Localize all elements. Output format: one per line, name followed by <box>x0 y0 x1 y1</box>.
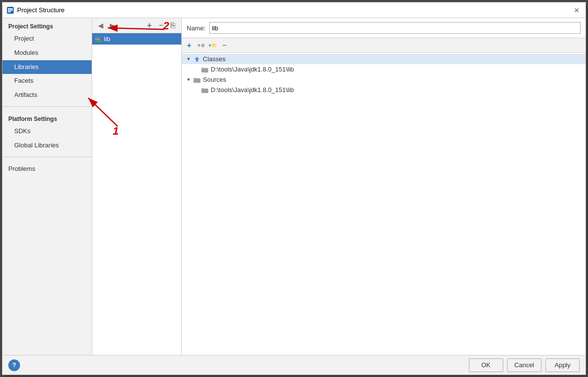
tree-node-classes-path[interactable]: D:\tools\Java\jdk1.8.0_151\lib <box>182 64 586 74</box>
name-label: Name: <box>187 24 205 32</box>
sidebar-item-global-libraries[interactable]: Global Libraries <box>2 139 92 153</box>
detail-panel: Name: + +⚙ +📁 − ▾ <box>182 18 586 355</box>
svg-marker-4 <box>195 57 199 62</box>
sidebar-item-sdks[interactable]: SDKs <box>2 124 92 139</box>
svg-rect-2 <box>8 10 13 11</box>
svg-rect-1 <box>8 8 13 9</box>
platform-settings-label: Platform Settings <box>2 111 92 124</box>
sidebar-item-problems[interactable]: Problems <box>2 161 92 174</box>
tree-node-classes[interactable]: ▾ Classes <box>182 54 586 64</box>
detail-toolbar: + +⚙ +📁 − <box>182 38 586 53</box>
classes-icon <box>194 56 200 63</box>
classes-path-folder-icon <box>201 67 208 72</box>
project-structure-dialog: Project Structure ✕ Project Settings Pro… <box>2 2 586 375</box>
sidebar-divider-2 <box>2 157 92 157</box>
name-input[interactable] <box>209 22 581 34</box>
app-icon <box>6 6 14 14</box>
add-spec-icon: + <box>197 42 200 49</box>
library-list-panel: ◀ ▶ + − ⎘ lib <box>92 18 182 355</box>
sidebar-item-libraries[interactable]: Libraries <box>2 60 92 74</box>
tree-area: ▾ Classes <box>182 53 586 355</box>
close-button[interactable]: ✕ <box>572 5 582 15</box>
title-bar-left: Project Structure <box>6 6 65 14</box>
sources-path-label: D:\tools\Java\jdk1.8.0_151\lib <box>211 86 294 94</box>
sources-path-folder-icon <box>201 87 208 93</box>
nav-toolbar: ◀ ▶ + − ⎘ <box>92 18 181 33</box>
classes-toggle[interactable]: ▾ <box>185 56 193 62</box>
library-item-lib[interactable]: lib <box>92 33 181 45</box>
add-library-button[interactable]: + <box>144 20 155 31</box>
sources-label: Sources <box>203 76 226 83</box>
svg-rect-10 <box>201 88 204 90</box>
remove-entry-button[interactable]: − <box>219 40 230 51</box>
svg-rect-8 <box>194 78 196 79</box>
sidebar: Project Settings Project Modules Librari… <box>2 18 92 355</box>
library-bars-icon <box>95 37 102 42</box>
library-item-label: lib <box>104 35 110 43</box>
project-settings-label: Project Settings <box>2 18 92 32</box>
back-button[interactable]: ◀ <box>95 20 106 31</box>
sidebar-item-artifacts[interactable]: Artifacts <box>2 88 92 102</box>
forward-button[interactable]: ▶ <box>107 20 118 31</box>
sidebar-divider <box>2 106 92 107</box>
name-row: Name: <box>182 18 586 38</box>
ok-button[interactable]: OK <box>469 358 503 372</box>
tree-node-sources[interactable]: ▾ Sources <box>182 74 586 85</box>
sources-folder-icon <box>194 77 200 83</box>
sidebar-item-facets[interactable]: Facets <box>2 74 92 88</box>
add-type-icon: + <box>208 42 212 49</box>
sidebar-item-modules[interactable]: Modules <box>2 46 92 60</box>
apply-button[interactable]: Apply <box>545 358 580 372</box>
add-spec-button[interactable]: +⚙ <box>196 40 206 51</box>
cancel-button[interactable]: Cancel <box>507 358 541 372</box>
remove-library-button[interactable]: − <box>156 20 167 31</box>
add-type-button[interactable]: +📁 <box>207 40 218 51</box>
svg-rect-3 <box>8 11 11 12</box>
dialog-title: Project Structure <box>17 6 65 14</box>
main-content: Project Settings Project Modules Librari… <box>2 18 586 355</box>
title-bar: Project Structure ✕ <box>2 2 586 18</box>
bottom-bar: ? OK Cancel Apply <box>2 355 586 375</box>
classes-path-label: D:\tools\Java\jdk1.8.0_151\lib <box>211 66 294 73</box>
sources-toggle[interactable]: ▾ <box>185 76 193 83</box>
library-list: lib <box>92 33 181 355</box>
help-button[interactable]: ? <box>8 359 20 371</box>
sidebar-item-project[interactable]: Project <box>2 32 92 46</box>
svg-rect-6 <box>201 68 204 69</box>
add-entry-button[interactable]: + <box>184 40 195 51</box>
copy-library-button[interactable]: ⎘ <box>168 20 178 31</box>
tree-node-sources-path[interactable]: D:\tools\Java\jdk1.8.0_151\lib <box>182 85 586 95</box>
classes-label: Classes <box>203 55 225 63</box>
